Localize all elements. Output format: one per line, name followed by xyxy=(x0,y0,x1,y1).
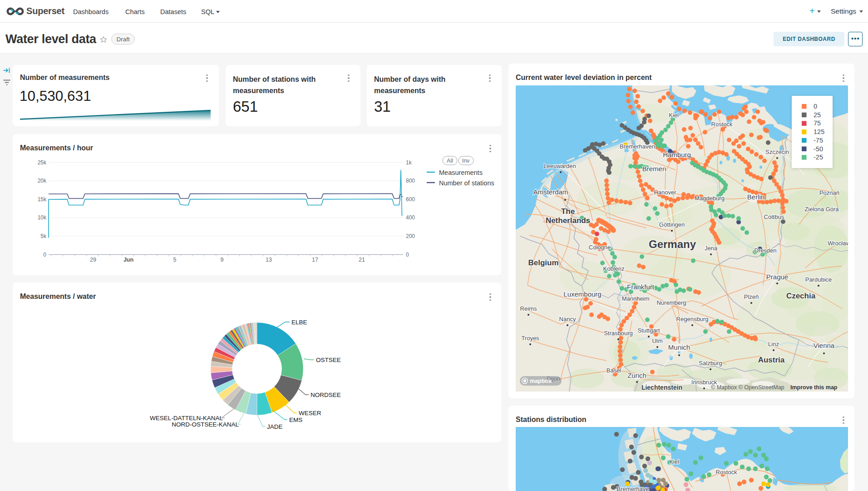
svg-text:Dresden: Dresden xyxy=(754,247,776,254)
svg-text:Netherlands: Netherlands xyxy=(546,216,590,225)
svg-text:Prague: Prague xyxy=(766,273,788,281)
svg-text:Ulm: Ulm xyxy=(652,337,662,344)
svg-text:Troyes: Troyes xyxy=(521,335,539,342)
svg-text:-25: -25 xyxy=(814,154,823,161)
svg-text:Strasbourg: Strasbourg xyxy=(604,330,633,337)
svg-text:All: All xyxy=(447,158,453,164)
svg-text:0: 0 xyxy=(406,252,409,258)
svg-text:5k: 5k xyxy=(40,233,47,239)
svg-text:Munich: Munich xyxy=(668,343,690,351)
svg-text:The: The xyxy=(561,207,575,216)
svg-text:OSTSEE: OSTSEE xyxy=(316,357,341,363)
svg-text:0: 0 xyxy=(43,252,46,258)
svg-text:ELBE: ELBE xyxy=(291,319,307,326)
svg-text:800: 800 xyxy=(406,178,415,184)
svg-text:Magdeburg: Magdeburg xyxy=(695,195,725,202)
svg-text:Measurements: Measurements xyxy=(439,169,483,176)
svg-text:Nancy: Nancy xyxy=(559,316,576,322)
svg-text:Poznań: Poznań xyxy=(819,189,839,196)
svg-text:Frankfurt: Frankfurt xyxy=(627,283,655,291)
svg-text:Basel: Basel xyxy=(607,367,621,374)
svg-text:Salzburg: Salzburg xyxy=(699,360,722,367)
svg-text:Szczecin: Szczecin xyxy=(765,149,789,155)
svg-text:5: 5 xyxy=(173,257,177,263)
svg-text:125: 125 xyxy=(814,128,824,135)
svg-text:NORDSEE: NORDSEE xyxy=(311,392,341,398)
svg-text:Zielona Góra: Zielona Góra xyxy=(804,206,839,213)
svg-text:WESEL-DATTELN-KANAL: WESEL-DATTELN-KANAL xyxy=(150,415,223,422)
svg-text:9: 9 xyxy=(221,257,224,263)
svg-text:Rostock: Rostock xyxy=(711,121,733,128)
svg-text:29: 29 xyxy=(90,257,96,263)
svg-text:Czechia: Czechia xyxy=(786,292,816,300)
svg-text:21: 21 xyxy=(359,257,365,263)
svg-text:Jun: Jun xyxy=(123,257,133,263)
svg-text:Linz: Linz xyxy=(768,341,779,347)
svg-text:Kiel: Kiel xyxy=(669,458,679,465)
svg-text:Bremerhave: Bremerhave xyxy=(617,486,649,491)
svg-text:400: 400 xyxy=(406,214,415,221)
svg-text:-75: -75 xyxy=(814,137,823,144)
svg-text:Bremen: Bremen xyxy=(642,165,666,173)
svg-text:Austria: Austria xyxy=(758,356,785,364)
svg-text:Wrocław: Wrocław xyxy=(828,240,848,247)
svg-text:Amsterdam: Amsterdam xyxy=(533,188,568,196)
svg-text:75: 75 xyxy=(814,119,821,127)
svg-text:17: 17 xyxy=(312,257,318,263)
svg-text:1k: 1k xyxy=(406,159,412,166)
svg-text:NORD-OSTSEE-KANAL: NORD-OSTSEE-KANAL xyxy=(172,421,239,428)
svg-text:Jena: Jena xyxy=(705,245,718,252)
svg-text:Luxembourg: Luxembourg xyxy=(563,290,601,298)
svg-text:Cologne: Cologne xyxy=(589,244,611,251)
svg-text:Leeuwarden: Leeuwarden xyxy=(543,163,576,169)
svg-text:25: 25 xyxy=(814,111,821,119)
svg-text:Belgium: Belgium xyxy=(528,258,558,267)
svg-text:25k: 25k xyxy=(38,159,47,166)
svg-text:20k: 20k xyxy=(38,178,47,184)
svg-text:200: 200 xyxy=(406,233,415,239)
svg-text:Zurich: Zurich xyxy=(627,372,646,379)
svg-text:Göttingen: Göttingen xyxy=(659,221,685,228)
svg-text:Hamburg: Hamburg xyxy=(663,151,691,159)
svg-text:Improve this map: Improve this map xyxy=(790,384,838,391)
svg-text:15k: 15k xyxy=(38,196,47,203)
svg-text:JADE: JADE xyxy=(267,423,283,430)
svg-text:© Mapbox © OpenStreetMap: © Mapbox © OpenStreetMap xyxy=(711,384,784,391)
svg-text:Cottbus: Cottbus xyxy=(764,213,784,220)
svg-text:Plzeň: Plzeň xyxy=(744,293,759,300)
svg-text:mapbox: mapbox xyxy=(530,378,552,384)
svg-text:Number of stations: Number of stations xyxy=(439,179,494,187)
svg-text:Reims: Reims xyxy=(520,305,537,312)
svg-text:600: 600 xyxy=(406,196,415,203)
svg-text:Hanover: Hanover xyxy=(654,189,676,196)
svg-text:Mannheim: Mannheim xyxy=(622,295,650,302)
svg-text:Regensburg: Regensburg xyxy=(676,316,709,322)
svg-text:13: 13 xyxy=(266,257,272,263)
svg-text:Stuttgart: Stuttgart xyxy=(637,327,660,334)
svg-text:Liechtenstein: Liechtenstein xyxy=(641,384,682,391)
svg-text:Inv: Inv xyxy=(462,158,470,164)
svg-text:Pardubice: Pardubice xyxy=(805,276,832,283)
svg-text:-50: -50 xyxy=(814,145,823,153)
svg-text:0: 0 xyxy=(814,103,817,110)
svg-text:Bremerhaven: Bremerhaven xyxy=(620,143,655,150)
svg-text:Nuremberg: Nuremberg xyxy=(656,299,686,306)
svg-text:Berlin: Berlin xyxy=(747,193,764,201)
svg-text:EMS: EMS xyxy=(289,417,302,423)
svg-text:Germany: Germany xyxy=(649,238,696,250)
svg-text:Vienna: Vienna xyxy=(814,342,835,349)
svg-text:Rostock: Rostock xyxy=(716,469,737,476)
svg-text:Kiel: Kiel xyxy=(669,112,679,119)
svg-text:10k: 10k xyxy=(38,214,47,221)
svg-text:Koblenz: Koblenz xyxy=(603,265,625,272)
svg-text:WESER: WESER xyxy=(299,410,321,417)
